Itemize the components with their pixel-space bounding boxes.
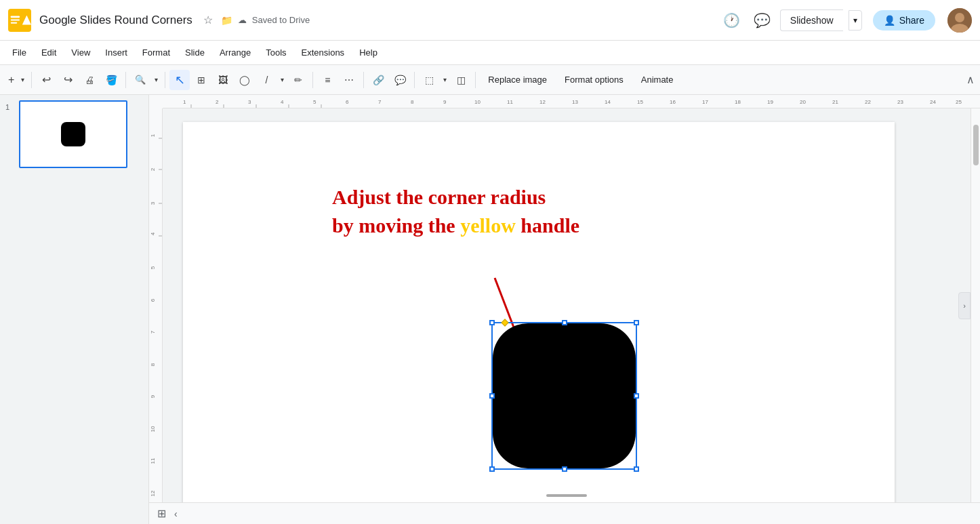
handle-top-middle[interactable] [562,320,567,325]
canvas-container: 1 2 3 4 5 6 7 8 9 10 11 12 13 14 15 [149,95,980,524]
format-options-button[interactable]: Format options [556,71,632,88]
slide-canvas[interactable]: Adjust the corner radius by moving the y… [183,122,895,502]
line-dropdown-button[interactable]: ▾ [277,70,287,90]
svg-text:9: 9 [443,99,447,105]
svg-text:12: 12 [539,99,546,105]
panel-toggle-icon[interactable]: ‹ [174,508,178,519]
print-button[interactable]: 🖨 [79,70,100,90]
separator-7 [475,72,476,88]
saved-to-drive-text: Saved to Drive [252,15,310,25]
svg-text:24: 24 [930,99,936,105]
yellow-corner-handle[interactable] [501,319,508,326]
slide-canvas-scroll[interactable]: Adjust the corner radius by moving the y… [163,108,971,502]
align-left-button[interactable]: ≡ [317,70,338,90]
menu-item-arrange[interactable]: Arrange [213,45,258,60]
line-tool-button[interactable]: / [256,70,277,90]
crop-dropdown-button[interactable]: ▾ [440,70,449,90]
rounded-rectangle-shape[interactable] [493,323,636,468]
handle-bottom-right[interactable] [634,466,639,472]
title-bar: Google Slides Round Corners ☆ 📁 ☁ Saved … [0,0,980,41]
handle-middle-right[interactable] [634,393,639,399]
slide-panel: 1 [0,95,149,524]
svg-point-5 [955,13,964,22]
handle-top-left[interactable] [489,320,495,325]
shape-selection-box[interactable] [491,322,637,470]
separator-4 [312,72,313,88]
menu-item-help[interactable]: Help [352,45,384,60]
insert-image-button[interactable]: 🖼 [213,70,233,90]
insert-shape-button[interactable]: ◯ [234,70,255,90]
right-expand-button[interactable]: › [958,292,971,319]
svg-text:22: 22 [865,99,871,105]
avatar[interactable] [947,8,972,33]
align-center-button[interactable]: ⋯ [339,70,359,90]
crop-button[interactable]: ⬚ [419,70,439,90]
add-dropdown-button[interactable]: ▾ [18,70,27,90]
cursor-tool-button[interactable]: ↖ [169,70,190,90]
grid-view-icon[interactable]: ⊞ [157,507,166,520]
top-ruler: 1 2 3 4 5 6 7 8 9 10 11 12 13 14 15 [163,95,980,108]
right-scrollbar[interactable] [971,108,980,502]
svg-text:25: 25 [956,99,962,105]
svg-text:8: 8 [411,99,414,105]
handle-bottom-left[interactable] [489,466,495,472]
insert-comment-button[interactable]: 💬 [390,70,410,90]
toolbar: + ▾ ↩ ↪ 🖨 🪣 🔍 ▾ ↖ ⊞ 🖼 ◯ / ▾ ✏ ≡ ⋯ 🔗 💬 ⬚ … [0,65,980,95]
menu-item-slide[interactable]: Slide [178,45,211,60]
svg-text:5: 5 [150,266,156,269]
zoom-out-button[interactable]: 🔍 [130,70,150,90]
svg-text:19: 19 [767,99,773,105]
slideshow-dropdown-button[interactable]: ▾ [849,10,862,31]
separator-6 [414,72,415,88]
svg-text:11: 11 [150,458,156,464]
svg-rect-2 [11,19,20,20]
menu-bar: File Edit View Insert Format Slide Arran… [0,41,980,65]
share-button[interactable]: 👤 Share [873,10,935,31]
annotation-yellow-text: yellow [460,214,516,237]
menu-item-format[interactable]: Format [136,45,177,60]
separator-1 [31,72,32,88]
main-area: 1 1 2 3 4 5 6 7 8 [0,95,980,524]
menu-item-edit[interactable]: Edit [35,45,63,60]
paint-format-button[interactable]: 🪣 [101,70,121,90]
menu-item-file[interactable]: File [5,45,33,60]
star-icon[interactable]: ☆ [203,14,213,26]
scrollbar-thumb[interactable] [973,125,979,165]
slide-thumbnail-1[interactable] [19,100,127,168]
svg-text:10: 10 [150,426,156,432]
app-title: Google Slides Round Corners [39,14,192,27]
redo-button[interactable]: ↪ [58,70,78,90]
svg-text:14: 14 [605,99,611,105]
slide-list-item-1: 1 [5,100,143,168]
svg-text:6: 6 [150,298,156,302]
google-slides-logo [8,9,31,32]
add-button[interactable]: + [5,70,17,90]
menu-item-insert[interactable]: Insert [98,45,134,60]
animate-button[interactable]: Animate [633,71,682,88]
menu-item-extensions[interactable]: Extensions [295,45,352,60]
separator-3 [165,72,165,88]
svg-text:9: 9 [150,395,156,398]
handle-bottom-middle[interactable] [562,466,567,472]
comment-icon[interactable]: 💬 [754,12,771,28]
replace-image-button[interactable]: Replace image [480,71,555,88]
svg-text:11: 11 [507,99,513,105]
undo-button[interactable]: ↩ [36,70,56,90]
zoom-dropdown-button[interactable]: ▾ [151,70,161,90]
link-button[interactable]: 🔗 [368,70,388,90]
crop-group: ⬚ ▾ [419,70,449,90]
folder-icon[interactable]: 📁 [221,15,232,26]
history-icon[interactable]: 🕐 [723,12,740,28]
pen-tool-button[interactable]: ✏ [288,70,308,90]
menu-item-view[interactable]: View [64,45,97,60]
share-icon: 👤 [884,15,895,26]
handle-top-right[interactable] [634,320,639,325]
svg-text:1: 1 [150,134,156,137]
mask-button[interactable]: ◫ [451,70,471,90]
handle-middle-left[interactable] [489,393,495,399]
slide-number-1: 1 [5,103,15,111]
menu-item-tools[interactable]: Tools [259,45,293,60]
text-box-button[interactable]: ⊞ [191,70,211,90]
collapse-toolbar-button[interactable]: ∧ [966,73,975,86]
slideshow-button[interactable]: Slideshow [780,9,843,31]
